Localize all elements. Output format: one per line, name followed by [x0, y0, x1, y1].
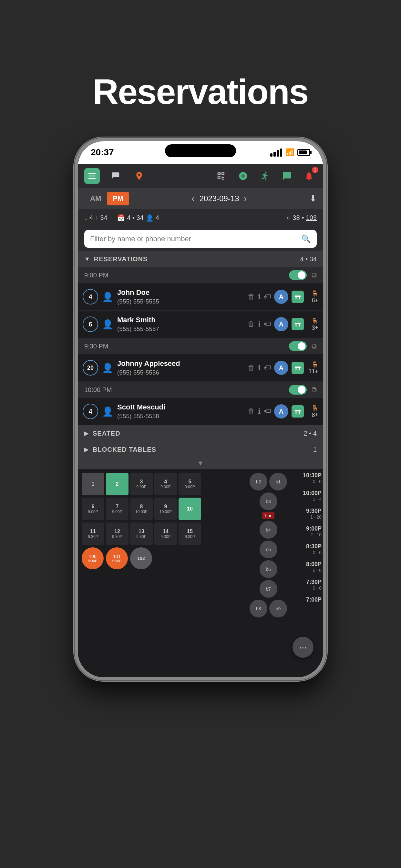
- qr-button[interactable]: [213, 168, 229, 184]
- fab-button[interactable]: ···: [292, 637, 313, 658]
- guest-icon-4: 👤: [102, 406, 113, 417]
- floor-divider-arrow-icon: ▼: [197, 460, 204, 467]
- guest-info-john-doe: John Doe (555) 555-5555: [117, 288, 244, 305]
- table-b8[interactable]: b8: [250, 600, 267, 617]
- tag-icon-4[interactable]: 🏷: [264, 407, 271, 415]
- toggle-930pm[interactable]: [289, 341, 307, 351]
- person-count: 4: [156, 214, 159, 221]
- add-button[interactable]: [235, 168, 251, 184]
- bell-button[interactable]: 1: [301, 168, 317, 184]
- search-input[interactable]: [90, 235, 297, 243]
- svg-rect-7: [296, 324, 297, 327]
- table-15[interactable]: 15 9:30P: [179, 523, 201, 545]
- table-5[interactable]: 5 9:00P: [179, 473, 201, 495]
- table-9[interactable]: 9 10:00P: [154, 498, 177, 520]
- time-slot-label-1030pm: 10:30P: [303, 472, 321, 479]
- svg-rect-13: [296, 411, 297, 414]
- time-slot-counts-1000pm-right: 1 · 4: [313, 497, 321, 502]
- time-slot-1000pm-right: 10:00P 1 · 4: [291, 490, 321, 507]
- table-100[interactable]: 100 5:30P: [82, 547, 104, 569]
- svg-rect-3: [295, 296, 301, 297]
- row-actions-2: 🗑 ℹ 🏷 A 🪑3+: [248, 317, 318, 331]
- table-b9[interactable]: b9: [269, 600, 287, 617]
- table-8[interactable]: 8 10:00P: [130, 498, 153, 520]
- svg-rect-8: [299, 324, 300, 327]
- delete-icon-2[interactable]: 🗑: [248, 320, 255, 329]
- table-14[interactable]: 14 9:30P: [154, 523, 177, 545]
- copy-icon-930pm[interactable]: ⧉: [312, 342, 317, 350]
- guest-phone-john-doe: (555) 555-5555: [117, 298, 244, 305]
- reservation-row-scott-mescudi[interactable]: 4 👤 Scott Mescudi (555) 555-5558 🗑 ℹ 🏷 A: [78, 398, 323, 425]
- wifi-icon: 📶: [285, 148, 294, 157]
- table-icon-1[interactable]: [291, 290, 304, 303]
- am-button[interactable]: AM: [84, 192, 107, 206]
- svg-rect-0: [89, 173, 96, 174]
- walk-button[interactable]: [257, 168, 273, 184]
- delete-icon-1[interactable]: 🗑: [248, 292, 255, 301]
- table-icon-2[interactable]: [291, 318, 304, 330]
- info-icon-3[interactable]: ℹ: [258, 364, 260, 372]
- table-b3[interactable]: b3: [259, 492, 277, 510]
- table-102[interactable]: 102: [130, 547, 152, 569]
- table-6[interactable]: 6 9:00P: [82, 498, 104, 520]
- blocked-section-arrow-icon: ▶: [84, 446, 89, 453]
- delete-icon-4[interactable]: 🗑: [248, 407, 255, 415]
- delete-icon-3[interactable]: 🗑: [248, 364, 255, 372]
- blocked-section-header[interactable]: ▶ BLOCKED TABLES 1: [78, 441, 323, 458]
- svg-rect-14: [299, 411, 300, 414]
- store-button[interactable]: [131, 168, 147, 184]
- copy-icon-900pm[interactable]: ⧉: [312, 271, 317, 279]
- prev-date-button[interactable]: ‹: [191, 193, 194, 204]
- table-4[interactable]: 4 9:00P: [154, 473, 177, 495]
- reservations-section-header[interactable]: ▼ RESERVATIONS 4 • 34: [78, 251, 323, 267]
- reservation-row-johnny-appleseed[interactable]: 20 👤 Johnny Appleseed (555) 555-5556 🗑 ℹ…: [78, 354, 323, 382]
- table-b4[interactable]: b4: [259, 521, 277, 538]
- table-7[interactable]: 7 9:00P: [106, 498, 128, 520]
- download-button[interactable]: ⬇: [309, 193, 317, 204]
- bar-tables-area: b2 b1 b3 bar b4 b5: [247, 469, 289, 677]
- table-101[interactable]: 101 5:30P: [106, 547, 128, 569]
- time-row-1000pm: 10:00 PM ⧉: [78, 382, 323, 398]
- table-13[interactable]: 13 9:30P: [130, 523, 153, 545]
- info-icon-4[interactable]: ℹ: [258, 407, 260, 415]
- pm-button[interactable]: PM: [107, 192, 129, 206]
- table-1[interactable]: 1: [82, 473, 104, 495]
- chat-button[interactable]: [279, 168, 295, 184]
- covers-down: ↓ 4 ↑ 34: [84, 214, 107, 221]
- table-icon-4[interactable]: [291, 405, 304, 417]
- copy-icon-1000pm[interactable]: ⧉: [312, 385, 317, 394]
- menu-button[interactable]: [84, 168, 100, 184]
- info-icon-2[interactable]: ℹ: [258, 320, 260, 329]
- tag-icon-2[interactable]: 🏷: [264, 320, 271, 329]
- guest-name-john-doe: John Doe: [117, 288, 244, 297]
- time-slot-730pm-right: 7:30P 0 · 0: [291, 579, 321, 596]
- table-10[interactable]: 10: [179, 498, 201, 520]
- seated-section-header[interactable]: ▶ SEATED 2 • 4: [78, 425, 323, 441]
- table-icon-3[interactable]: [291, 362, 304, 374]
- table-b5[interactable]: b5: [259, 540, 277, 558]
- blocked-count: 1: [313, 446, 317, 454]
- info-icon-1[interactable]: ℹ: [258, 292, 260, 301]
- toggle-1000pm[interactable]: [289, 385, 307, 395]
- table-3[interactable]: 3 9:00P: [130, 473, 153, 495]
- table-b6[interactable]: b6: [259, 560, 277, 578]
- table-b7[interactable]: b7: [259, 580, 277, 598]
- table-b1[interactable]: b1: [269, 473, 287, 491]
- seat-count-3: 🪑11+: [307, 361, 318, 375]
- tag-icon-1[interactable]: 🏷: [264, 292, 271, 301]
- table-11[interactable]: 11 9:30P: [82, 523, 104, 545]
- tag-icon-3[interactable]: 🏷: [264, 364, 271, 372]
- next-date-button[interactable]: ›: [244, 193, 247, 204]
- nav-right-icons: 1: [213, 168, 317, 184]
- table-2[interactable]: 2: [106, 473, 128, 495]
- receipt-button[interactable]: [108, 168, 123, 184]
- table-b2[interactable]: b2: [250, 473, 267, 491]
- link-count[interactable]: 103: [306, 214, 317, 221]
- seated-title: SEATED: [93, 430, 304, 437]
- search-input-wrap: 🔍: [84, 230, 317, 248]
- signal-icon: [270, 149, 282, 157]
- reservation-row-mark-smith[interactable]: 6 👤 Mark Smith (555) 555-5557 🗑 ℹ 🏷 A: [78, 311, 323, 338]
- toggle-900pm[interactable]: [289, 270, 307, 280]
- table-12[interactable]: 12 9:30P: [106, 523, 128, 545]
- reservation-row-john-doe[interactable]: 4 👤 John Doe (555) 555-5555 🗑 ℹ 🏷 A: [78, 283, 323, 311]
